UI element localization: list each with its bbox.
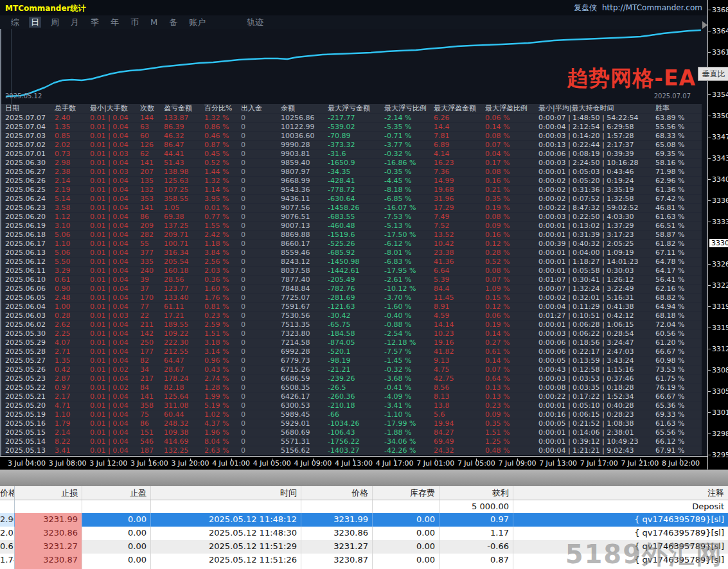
menu-item-6[interactable]: 年 (109, 17, 121, 28)
price-axis-current-price: 3330. (709, 239, 728, 247)
menu-item-2[interactable]: 日 (29, 17, 41, 28)
stats-row[interactable]: 2025.07.072.400.01 | 0.04144133.871.32 %… (1, 114, 702, 123)
stats-header-cell: 最小|平均|最大持仓时间 (538, 104, 655, 113)
menu-item-7[interactable]: 币 (129, 17, 141, 28)
chart-pane[interactable]: 趋势网格-EA 2025.05.12 2025.07.07 日期总手数最小|大手… (0, 29, 707, 456)
deposit-row[interactable]: 5 000.00Deposit (0, 500, 728, 513)
menu-item-4[interactable]: 月 (69, 17, 81, 28)
order-row[interactable]: 0.613231.270.002025.05.12 11:51:293231.2… (0, 540, 728, 554)
stats-row[interactable]: 2025.07.030.850.01 | 0.046046.320.46 %01… (1, 132, 702, 141)
stats-row[interactable]: 2025.06.245.140.01 | 0.04353358.553.95 %… (1, 195, 702, 204)
time-axis-label: 7 Jul 13:00 (539, 459, 577, 469)
menu-item-10[interactable]: 账户 (187, 17, 208, 28)
stats-row[interactable]: 2025.05.161.790.01 | 0.0486248.324.37 %0… (1, 419, 702, 428)
stats-cell: -42.26 % (384, 446, 434, 455)
stats-row[interactable]: 2025.05.260.420.01 | 0.023428.670.43 %06… (1, 365, 702, 374)
stats-cell: 0.61 (55, 276, 90, 284)
stats-cell: 187 (140, 446, 164, 455)
stats-row[interactable]: 2025.05.133.410.01 | 0.04187132.252.63 %… (1, 446, 702, 455)
order-row[interactable]: 1.743230.870.002025.05.12 11:51:263230.8… (0, 554, 728, 567)
stats-cell: -70.89 (328, 132, 384, 140)
stats-cell: -121.63 (328, 302, 384, 311)
pane-splitter[interactable] (0, 469, 728, 486)
title-bar: MTCommander统计 复盘侠 http://MTCommander.com (0, 0, 707, 15)
stats-row[interactable]: 2025.05.212.170.01 | 0.04141125.641.99 %… (1, 392, 702, 401)
stats-row[interactable]: 2025.05.204.710.01 | 0.04358311.085.19 %… (1, 401, 702, 410)
stats-cell: 151 (140, 428, 164, 437)
stats-row[interactable]: 2025.06.022.620.01 | 0.04211189.552.59 %… (1, 320, 702, 329)
price-axis-label: 3368. (712, 6, 728, 14)
stats-cell: 0 (241, 284, 281, 293)
stats-cell: 2025.06.02 (5, 320, 55, 329)
stats-row[interactable]: 2025.07.041.350.01 | 0.046386.390.86 %01… (1, 123, 702, 132)
stats-cell: 0 (241, 159, 281, 167)
stats-row[interactable]: 2025.06.233.580.01 | 0.041411.050.01 %09… (1, 204, 702, 213)
stats-row[interactable]: 2025.06.201.120.01 | 0.048669.380.77 %09… (1, 213, 702, 222)
stats-cell: 5.06 (55, 249, 90, 257)
stats-cell: 0:00:39 | 0:40:32 | 2:05:25 (538, 240, 655, 248)
stats-row[interactable]: 2025.06.041.000.01 | 0.047761.110.81 %07… (1, 302, 702, 311)
stats-cell: 0.81 % (204, 302, 241, 311)
stats-row[interactable]: 2025.05.148.220.01 | 0.04546414.698.04 %… (1, 437, 702, 446)
stats-cell: 5.50 (55, 258, 90, 266)
stats-row[interactable]: 2025.06.252.190.01 | 0.04132107.251.14 %… (1, 186, 702, 195)
stats-row[interactable]: 2025.05.220.970.01 | 0.028482.181.28 %06… (1, 383, 702, 392)
stats-cell: 8243.12 (281, 258, 328, 266)
stats-cell: 217 (140, 374, 164, 383)
stats-row[interactable]: 2025.06.193.100.01 | 0.04209137.251.55 %… (1, 222, 702, 231)
stats-row[interactable]: 2025.06.135.060.01 | 0.04377316.343.84 %… (1, 249, 702, 258)
stats-row[interactable]: 2025.07.010.730.01 | 0.036244.410.45 %09… (1, 150, 702, 159)
stats-cell: 205.54 (164, 258, 204, 266)
stats-row[interactable]: 2025.06.302.980.01 | 0.0414151.430.52 %0… (1, 159, 702, 168)
stats-row[interactable]: 2025.05.294.070.01 | 0.04250222.303.18 %… (1, 338, 702, 347)
time-axis[interactable]: 3 Jul 04:003 Jul 08:003 Jul 12:003 Jul 1… (0, 456, 707, 469)
order-cell-take-profit: 0.00 (82, 540, 151, 554)
stats-cell: -525.26 (328, 240, 384, 248)
stats-cell: 8.56 (434, 383, 485, 392)
stats-row[interactable]: 2025.05.232.870.01 | 0.04217178.242.74 %… (1, 374, 702, 383)
stats-row[interactable]: 2025.06.060.900.01 | 0.0437123.771.60 %0… (1, 284, 702, 293)
stats-row[interactable]: 2025.05.302.250.01 | 0.04142109.221.51 %… (1, 329, 702, 338)
stats-cell: 0:00:04 | 1:21:21 | 9:02:43 (538, 446, 655, 455)
stats-row[interactable]: 2025.05.282.710.01 | 0.04177212.553.14 %… (1, 347, 702, 356)
stats-row[interactable]: 2025.06.030.280.01 | 0.032217.210.23 %07… (1, 311, 702, 320)
stats-cell: 2.19 (55, 186, 90, 194)
menu-item-9[interactable]: 备 (167, 17, 179, 28)
stats-cell: 2025.06.26 (5, 177, 55, 185)
price-axis[interactable]: 垂直比 3368.3364.3361.3354.3350.3347.3343.3… (707, 0, 728, 469)
menu-item-11[interactable]: 轨迹 (245, 17, 265, 28)
stats-cell: 0 (241, 168, 281, 176)
price-axis-label: 3301. (712, 408, 728, 417)
stats-row[interactable]: 2025.06.052.480.01 | 0.04170133.401.76 %… (1, 293, 702, 302)
brand-url[interactable]: http://MTCommander.com (602, 3, 702, 12)
stats-row[interactable]: 2025.06.100.610.01 | 0.043928.560.36 %07… (1, 276, 702, 284)
stats-row[interactable]: 2025.06.171.100.01 | 0.0455100.711.18 %0… (1, 240, 702, 249)
menu-item-1[interactable]: 综 (9, 17, 21, 28)
stats-cell: 358.55 (164, 195, 204, 203)
stats-row[interactable]: 2025.05.271.350.01 | 0.048264.470.96 %06… (1, 356, 702, 365)
stats-row[interactable]: 2025.05.152.140.01 | 0.04151109.381.96 %… (1, 428, 702, 437)
order-row[interactable]: 2.033230.860.002025.05.12 11:48:303230.8… (0, 527, 728, 540)
order-cell-profit: 0.87 (439, 554, 513, 567)
stats-cell: 240 (140, 267, 164, 275)
stats-cell: 2025.06.06 (5, 284, 55, 293)
order-row[interactable]: 2.963231.990.002025.05.12 11:48:123231.9… (0, 513, 728, 527)
stats-cell: 28.56 (164, 276, 204, 284)
stats-cell: 23.38 (434, 249, 485, 257)
stats-row[interactable]: 2025.06.185.060.01 | 0.04282209.712.42 %… (1, 231, 702, 240)
stats-row[interactable]: 2025.05.191.100.01 | 0.047560.441.02 %05… (1, 410, 702, 419)
stats-row[interactable]: 2025.06.125.500.01 | 0.04335205.542.56 %… (1, 258, 702, 267)
price-axis-label: 3305. (712, 387, 728, 396)
menu-item-5[interactable]: 季 (89, 17, 101, 28)
stats-cell: 0 (241, 204, 281, 212)
menu-item-8[interactable]: M (148, 17, 159, 28)
stats-row[interactable]: 2025.06.272.380.01 | 0.03207138.981.44 %… (1, 168, 702, 177)
stats-row[interactable]: 2025.06.113.290.01 | 0.04240160.182.03 %… (1, 267, 702, 276)
stats-cell: 212.55 (164, 347, 204, 356)
menu-item-3[interactable]: 周 (49, 17, 61, 28)
brand-link[interactable]: 复盘侠 http://MTCommander.com (571, 3, 702, 13)
vertical-ratio-button[interactable]: 垂直比 (698, 67, 728, 81)
stats-cell: -5.13 % (384, 222, 434, 230)
stats-row[interactable]: 2025.07.022.020.01 | 0.0412686.470.87 %0… (1, 141, 702, 150)
stats-row[interactable]: 2025.06.262.140.01 | 0.04135125.631.32 %… (1, 177, 702, 186)
